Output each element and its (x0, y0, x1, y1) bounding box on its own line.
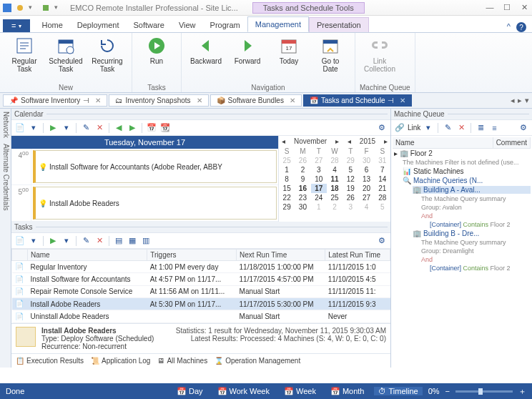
today-icon[interactable]: 📅 (146, 122, 157, 134)
view-timeline[interactable]: ⏱ Timeline (374, 387, 422, 395)
tab-left-icon[interactable]: ◂ (511, 96, 515, 105)
view-work-week[interactable]: 📅 Work Week (213, 387, 274, 396)
calendar-day[interactable]: 9 (295, 174, 310, 184)
calendar-day[interactable]: 5 (343, 165, 358, 174)
col-name[interactable]: Name (393, 137, 493, 148)
calendar-day[interactable]: 10 (311, 174, 327, 184)
doctab-inventory-snapshots[interactable]: 🗂Inventory Snapshots✕ (109, 94, 208, 107)
goto-icon[interactable]: 📆 (159, 122, 171, 134)
doctab-software-bundles[interactable]: 📦Software Bundles✕ (210, 94, 302, 107)
calendar-day[interactable]: 14 (375, 174, 390, 184)
tree-building-b[interactable]: 🏢 Building B - Dre... (413, 230, 531, 237)
task-row[interactable]: 📄Install Adobe ReadersAt 5:30 PM on 11/1… (12, 298, 390, 310)
goto-date-button[interactable]: Go to Date (310, 34, 350, 74)
run-button[interactable]: Run (137, 34, 177, 66)
calendar-day[interactable]: 12 (343, 174, 358, 184)
calendar-day[interactable]: 27 (311, 156, 327, 165)
tab-menu-icon[interactable]: ▾ (525, 96, 529, 105)
expand-icon[interactable]: ≣ (475, 122, 486, 134)
link-collection-button[interactable]: Link Collection (360, 34, 400, 74)
tab-presentation[interactable]: Presentation (309, 17, 369, 32)
close-icon[interactable]: ✕ (400, 97, 405, 104)
view1-icon[interactable]: ▤ (113, 235, 124, 247)
appointment[interactable]: 💡Install Software for Accountants (Adobe… (33, 150, 277, 183)
calendar-day[interactable]: 24 (311, 193, 327, 202)
doctab-tasks-schedule[interactable]: 📅Tasks and Schedule⊣✕ (303, 94, 413, 107)
tab-home[interactable]: Home (34, 18, 69, 32)
pin-icon[interactable]: ⊣ (388, 97, 394, 104)
view-day[interactable]: 📅 Day (172, 387, 207, 396)
qat-icon-2[interactable] (41, 4, 50, 12)
calendar-day[interactable]: 8 (279, 174, 295, 184)
gear-icon[interactable]: ⚙ (376, 235, 388, 247)
zoom-slider[interactable] (455, 390, 513, 393)
calendar-day[interactable]: 22 (279, 193, 295, 202)
delete-icon[interactable]: ✕ (455, 122, 467, 134)
next-year-icon[interactable]: ▸ (384, 137, 388, 145)
qat-icon[interactable] (16, 4, 24, 12)
timeslot-4[interactable]: 400 💡Install Software for Accountants (A… (11, 149, 278, 185)
calendar-day[interactable]: 28 (375, 193, 390, 202)
calendar-day[interactable]: 26 (343, 193, 358, 202)
col-next[interactable]: Next Run Time (237, 250, 325, 261)
close-icon[interactable]: ✕ (290, 97, 295, 104)
qat-dropdown-2[interactable]: ▾ (54, 4, 63, 12)
calendar-day[interactable]: 23 (295, 193, 310, 202)
prev-month-icon[interactable]: ◂ (282, 137, 285, 145)
calendar-day[interactable]: 4 (327, 165, 343, 174)
edit-icon[interactable]: ✎ (80, 122, 92, 134)
calendar-day[interactable]: 2 (327, 202, 343, 212)
delete-icon[interactable]: ✕ (94, 235, 105, 247)
today-button[interactable]: 17Today (269, 34, 309, 66)
delete-icon[interactable]: ✕ (94, 122, 105, 134)
new-task-icon[interactable]: 📄 (14, 235, 26, 247)
calendar-day[interactable]: 5 (375, 202, 390, 212)
next-month-icon[interactable]: ▸ (335, 137, 339, 145)
tab-operation-management[interactable]: ⌛Operation Management (215, 357, 300, 365)
calendar-day[interactable]: 1 (279, 165, 295, 174)
tree-queries[interactable]: 🔍 Machine Queries (N... (403, 177, 531, 184)
calendar-day[interactable]: 7 (375, 165, 390, 174)
calendar-day[interactable]: 18 (327, 184, 343, 193)
calendar-day[interactable]: 29 (279, 202, 295, 212)
tree-floor[interactable]: ▸ 🏢 Floor 2 (394, 149, 531, 157)
gear-icon[interactable]: ⚙ (518, 122, 529, 134)
calendar-day[interactable]: 6 (358, 165, 374, 174)
tree-building-a[interactable]: 🏢 Building A - Aval... (413, 186, 531, 194)
col-comment[interactable]: Comment (493, 137, 531, 148)
dropdown-icon[interactable]: ▾ (423, 122, 434, 134)
close-icon[interactable]: ✕ (95, 97, 101, 104)
zoom-in-icon[interactable]: ＋ (518, 386, 526, 397)
calendar-day[interactable]: 17 (311, 184, 327, 193)
view3-icon[interactable]: ▥ (140, 235, 152, 247)
calendar-day[interactable]: 3 (311, 165, 327, 174)
help-icon[interactable]: ? (516, 22, 526, 32)
regular-task-button[interactable]: Regular Task (4, 34, 44, 74)
backward-button[interactable]: Backward (186, 34, 226, 66)
calendar-day[interactable]: 13 (358, 174, 374, 184)
appointment[interactable]: 💡Install Adobe Readers (33, 187, 277, 220)
file-tab[interactable]: =▾ (3, 19, 30, 32)
calendar-day[interactable]: 2 (295, 165, 310, 174)
tree-static[interactable]: 📊 Static Machines (403, 167, 531, 175)
new-task-icon[interactable]: 📄 (14, 122, 26, 134)
calendar-day[interactable]: 28 (327, 156, 343, 165)
tab-program[interactable]: Program (203, 18, 247, 32)
calendar-day[interactable]: 29 (343, 156, 358, 165)
gear-icon[interactable]: ⚙ (376, 122, 388, 134)
close-icon[interactable]: ✕ (197, 97, 202, 104)
calendar-day[interactable]: 1 (311, 202, 327, 212)
calendar-day[interactable]: 20 (358, 184, 374, 193)
collapse-icon[interactable]: ≡ (488, 122, 500, 134)
close-button[interactable]: ✕ (519, 3, 529, 12)
calendar-day[interactable]: 27 (358, 193, 374, 202)
tab-view[interactable]: View (172, 18, 203, 32)
calendar-day[interactable]: 30 (295, 202, 310, 212)
edit-icon[interactable]: ✎ (442, 122, 453, 134)
calendar-day[interactable]: 4 (358, 202, 374, 212)
edit-icon[interactable]: ✎ (80, 235, 92, 247)
calendar-day[interactable]: 21 (375, 184, 390, 193)
timeslot-5[interactable]: 500 💡Install Adobe Readers (11, 185, 278, 222)
sidebar-network[interactable]: Network (1, 112, 10, 138)
ribbon-collapse-icon[interactable]: ^ (507, 22, 511, 32)
